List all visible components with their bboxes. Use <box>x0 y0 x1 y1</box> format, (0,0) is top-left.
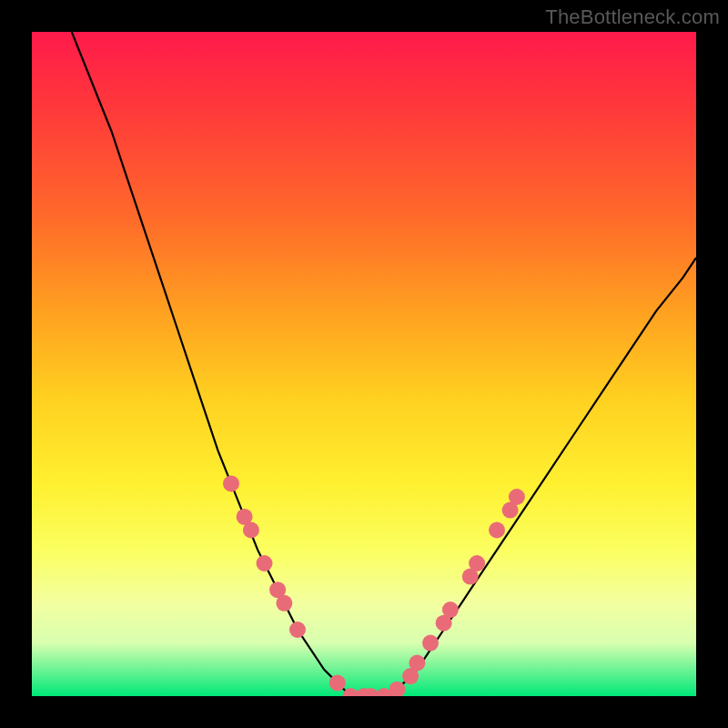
marker-point <box>442 602 459 618</box>
marker-point <box>509 489 525 505</box>
marker-point <box>489 522 505 539</box>
marker-point <box>276 595 292 612</box>
bottleneck-curve <box>72 32 696 696</box>
marker-point <box>243 522 259 539</box>
marker-point <box>289 622 306 638</box>
markers <box>223 475 525 696</box>
watermark-text: TheBottleneck.com <box>545 5 720 29</box>
marker-point <box>422 635 439 652</box>
chart-container: TheBottleneck.com <box>0 0 728 728</box>
plot-area <box>32 32 696 696</box>
marker-point <box>257 555 273 571</box>
marker-point <box>223 475 239 491</box>
curve-svg <box>32 32 696 696</box>
marker-point <box>469 555 485 571</box>
marker-point <box>409 655 425 672</box>
marker-point <box>329 674 346 691</box>
